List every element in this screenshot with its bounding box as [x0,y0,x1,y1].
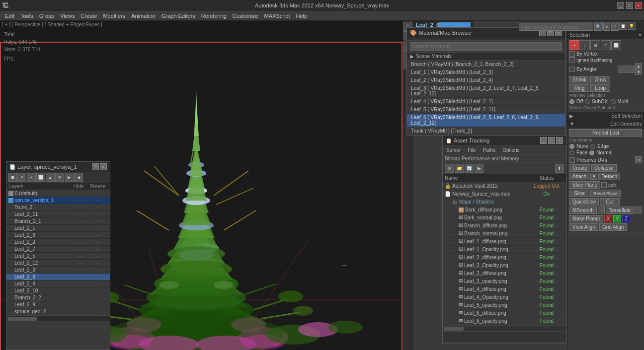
props-icon-8[interactable]: 💡 [628,22,636,30]
shrink-button[interactable]: Shrink [569,76,589,83]
split-check[interactable] [601,182,607,188]
asset-row-vault[interactable]: 🔒 Autodesk Vault 2012 Logged Out [443,182,566,190]
asset-horizontal-scrollbar[interactable] [443,325,566,331]
z-button[interactable]: Z [622,215,630,222]
asset-tool-4[interactable]: ▶ [475,164,483,173]
asset-row-leaf1-diffuse[interactable]: 🖼 Leaf_1_diffuse.png Found [443,238,566,246]
by-vertex-check[interactable] [569,51,575,57]
layer-item-branch22[interactable]: Branch_2_2 — — [6,294,110,301]
edge-mode-btn[interactable]: / [580,40,590,50]
asset-minimize[interactable]: _ [540,137,547,144]
layer-item-leaf212[interactable]: Leaf_2_12 — — [6,260,110,267]
asset-row-branch-normal[interactable]: 🖼 Branch_normal.png Found [443,230,566,238]
menu-edit[interactable]: Edit [2,11,17,20]
layer-item-leaf28[interactable]: Leaf_2_8 — — [6,232,110,239]
constraint-normal-radio[interactable] [589,150,594,155]
menu-customize[interactable]: Customize [230,11,261,20]
menu-animation[interactable]: Animation [128,11,159,20]
preserve-uvs-check[interactable] [569,157,575,163]
layer-item-leaf211[interactable]: Leaf_2_11 — — [6,211,110,218]
scrollbar-thumb[interactable] [444,327,464,331]
preserve-uvs-settings[interactable]: ⚙ [635,156,642,163]
material-item-leaf3[interactable]: Leaf_3 ( VRay2SidedMtl ) [Leaf_2_2, Leaf… [407,84,565,98]
msmooth-settings[interactable] [598,207,605,213]
msmooth-button[interactable]: MSmooth [569,207,597,214]
asset-maximize[interactable]: □ [548,137,555,144]
help-button[interactable]: ? [611,23,619,31]
grid-align-button[interactable]: Grid Align [599,223,627,231]
asset-tool-5[interactable]: ⬆ [555,164,564,173]
selection-header[interactable]: Selection ▼ [567,31,644,39]
elem-mode-btn[interactable]: ⬜ [611,40,621,50]
layers-scrollbar-thumb[interactable] [7,317,37,321]
layer-tool-5[interactable]: ▲ [46,173,55,182]
by-angle-check[interactable] [569,67,575,72]
layer-item-trunk2[interactable]: Trunk_2 — — [6,204,110,211]
menu-help[interactable]: Help [293,11,311,20]
asset-row-leaf4-opacity[interactable]: 🖼 Leaf_4_Opacity.png Found [443,293,566,301]
angle-value-input[interactable]: 45.0 [618,66,635,73]
x-button[interactable]: X [604,215,612,222]
maximize-button[interactable]: □ [626,2,633,9]
preview-off-radio[interactable] [569,99,574,104]
layer-item-spruce-geo2[interactable]: spruce_geo_2 — — [6,308,110,315]
props-icon-7[interactable]: 📋 [619,22,627,30]
material-search-input[interactable] [410,42,562,51]
asset-row-leaf2-opacity[interactable]: 🖼 Leaf_2_Opacity.png Found [443,262,566,270]
asset-row-leaf6-opacity[interactable]: 🖼 Leaf_6_opacity.png Found [443,317,566,325]
material-item-leaf1[interactable]: Leaf_1 ( VRay2SidedMtl ) [Leaf_2_3] [407,69,565,76]
attach-button[interactable]: Attach [569,173,589,180]
vertex-mode-btn[interactable]: • [569,40,579,50]
asset-row-maxfile[interactable]: 📄 Norway_Spruce_vray.max Ok [443,190,566,198]
asset-row-leaf1-opacity[interactable]: 🖼 Leaf_1_Opacity.png Found [443,246,566,254]
material-item-trunk[interactable]: Trunk ( VRayMtl ) [Trunk_2] [407,127,565,135]
cut-button[interactable]: Cut [600,198,620,206]
layer-item-leaf21[interactable]: Leaf_2_1 — — [6,225,110,232]
soft-selection-header[interactable]: ▶ Soft Selection [567,112,644,120]
asset-menu-server[interactable]: Server [445,147,462,153]
asset-menu-file[interactable]: File [466,147,477,153]
tessellate-settings[interactable] [635,207,642,213]
asset-menu-options[interactable]: Options [501,147,521,153]
layer-item-leaf29[interactable]: Leaf_2_9 — — [6,301,110,308]
asset-tool-1[interactable]: ⚙ [445,164,454,173]
asset-row-leaf3-opacity[interactable]: 🖼 Leaf_3_opacity.png Found [443,278,566,285]
angle-up[interactable]: ▲ [635,63,642,69]
asset-row-bark-diffuse[interactable]: 🖼 Bark_diffuse.png Found [443,206,566,214]
layer-item-default[interactable]: 0 (default) — — [6,190,110,197]
slice-button[interactable]: Slice [569,190,589,197]
layer-item-leaf210[interactable]: Leaf_2_10 — — [6,287,110,294]
search-button[interactable]: 🔍 [594,23,602,31]
layer-item-leaf25[interactable]: Leaf_2_5 — — [6,253,110,260]
layer-item-branch21[interactable]: Branch_2_1 — — [6,218,110,225]
layer-tool-8[interactable]: ◀ [74,173,83,182]
layer-tool-7[interactable]: ▶ [65,173,74,182]
search-input[interactable] [519,23,593,31]
poly-mode-btn[interactable]: ◻ [601,40,611,50]
material-item-leaf4[interactable]: Leaf_4 ( VRay2SidedMtl ) [Leaf_2_1] [407,98,565,106]
constraint-none-radio[interactable] [569,144,574,149]
layer-tool-1[interactable]: ⬢ [8,173,17,182]
asset-close[interactable]: × [556,137,563,144]
minimize-button[interactable]: _ [617,2,624,9]
layers-scrollbar[interactable] [6,315,110,321]
menu-views[interactable]: Views [57,11,78,20]
asset-row-bark-normal[interactable]: 🖼 Bark_normal.png Found [443,214,566,222]
layer-item-spruce[interactable]: spruce_versiya_1 — — [6,197,110,204]
asset-tool-3[interactable]: 🔄 [465,164,474,173]
asset-row-maps-folder[interactable]: 🗂 Maps / Shaders [443,198,566,206]
asset-row-leaf6-diffuse[interactable]: 🖼 Leaf_6_diffuse.png Found [443,309,566,317]
slice-plane-button[interactable]: Slice Plane [569,181,600,189]
menu-tools[interactable]: Tools [17,11,36,20]
layer-tool-6[interactable]: ▼ [55,173,64,182]
view-align-button[interactable]: View Align [569,223,598,231]
menu-graph-editors[interactable]: Graph Editors [159,11,198,20]
asset-tool-2[interactable]: 📁 [455,164,464,173]
material-item-leaf6[interactable]: Leaf_6 ( VRay2SidedMtl ) [Leaf_2_5, Leaf… [407,114,565,127]
menu-modifiers[interactable]: Modifiers [100,11,128,20]
menu-maxscript[interactable]: MAXScript [261,11,293,20]
material-item-leaf5[interactable]: Leaf_5 ( VRay2SidedMtl ) [Leaf_2_11] [407,106,565,114]
asset-row-leaf5-opacity[interactable]: 🖼 Leaf_5_opacity.png Found [443,301,566,309]
layers-help[interactable]: ? [92,163,99,170]
angle-down[interactable]: ▼ [635,69,642,75]
